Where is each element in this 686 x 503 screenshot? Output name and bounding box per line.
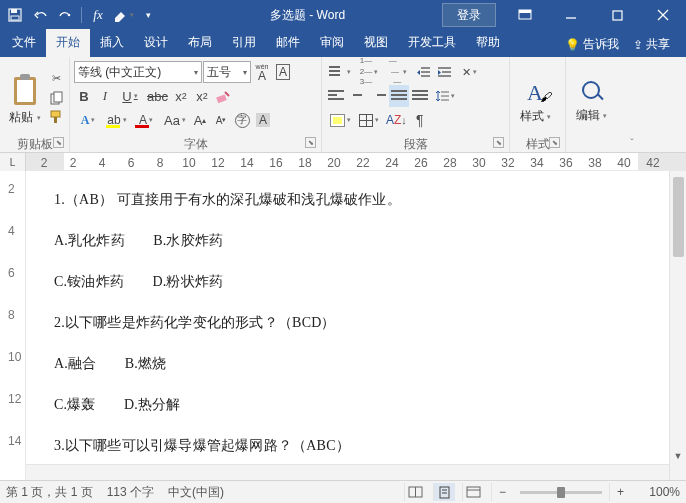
doc-line[interactable]: 3.以下哪些可以引爆导爆管起爆网路？（ABC） — [54, 435, 655, 456]
distributed-icon[interactable] — [410, 85, 430, 107]
justify-icon[interactable] — [389, 85, 409, 107]
tab-开发工具[interactable]: 开发工具 — [398, 29, 466, 57]
doc-line[interactable]: 1.（AB） 可直接用于有水的深孔爆破和浅孔爆破作业。 — [54, 189, 655, 210]
styles-button[interactable]: A🖌 样式▾ — [514, 59, 556, 136]
superscript-button[interactable]: x2 — [192, 85, 212, 107]
horizontal-scrollbar[interactable] — [26, 464, 669, 480]
highlight-icon[interactable]: ab▾ — [103, 109, 131, 131]
asian-layout-icon[interactable]: ✕▾ — [455, 61, 483, 83]
vertical-ruler[interactable]: 2468101214 — [0, 171, 26, 480]
font-family-combo[interactable]: 等线 (中文正文)▾ — [74, 61, 202, 83]
shading-icon[interactable]: ▾ — [326, 109, 354, 131]
format-painter-icon[interactable] — [47, 108, 65, 126]
tab-帮助[interactable]: 帮助 — [466, 29, 510, 57]
save-icon[interactable] — [4, 3, 26, 27]
tab-邮件[interactable]: 邮件 — [266, 29, 310, 57]
align-left-icon[interactable] — [326, 85, 346, 107]
document-page[interactable]: 1.（AB） 可直接用于有水的深孔爆破和浅孔爆破作业。A.乳化炸药 B.水胶炸药… — [26, 171, 669, 480]
paste-button[interactable]: 粘贴▾ — [4, 59, 45, 136]
copy-icon[interactable] — [47, 89, 65, 107]
tab-selector-icon[interactable]: L — [0, 153, 26, 171]
close-icon[interactable] — [640, 0, 686, 30]
align-right-icon[interactable] — [368, 85, 388, 107]
ruler-tick: 20 — [327, 156, 340, 170]
scroll-down-icon[interactable]: ▼ — [670, 448, 686, 464]
sort-icon[interactable]: AZ↓ — [384, 109, 409, 131]
tab-文件[interactable]: 文件 — [2, 29, 46, 57]
increase-indent-icon[interactable] — [434, 61, 454, 83]
zoom-level[interactable]: 100% — [638, 485, 680, 499]
zoom-out-icon[interactable]: − — [491, 483, 513, 501]
word-count[interactable]: 113 个字 — [107, 484, 154, 501]
cut-icon[interactable]: ✂ — [47, 70, 65, 88]
undo-icon[interactable] — [29, 3, 51, 27]
vruler-tick: 2 — [8, 182, 15, 196]
scroll-thumb[interactable] — [673, 177, 684, 257]
ribbon-tabs: 文件开始插入设计布局引用邮件审阅视图开发工具帮助 💡告诉我 ⇪共享 — [0, 30, 686, 57]
redo-icon[interactable] — [54, 3, 76, 27]
text-effects-icon[interactable]: A▾ — [74, 109, 102, 131]
styles-dialog-icon[interactable]: ⬊ — [549, 137, 560, 148]
grow-font-icon[interactable]: A▴ — [190, 109, 210, 131]
align-center-icon[interactable] — [347, 85, 367, 107]
zoom-slider[interactable] — [520, 491, 602, 494]
bold-button[interactable]: B — [74, 85, 94, 107]
ribbon-display-icon[interactable] — [502, 0, 548, 30]
page-status[interactable]: 第 1 页，共 1 页 — [6, 484, 93, 501]
character-border-icon[interactable]: A — [273, 61, 293, 83]
clipboard-group-label: 剪贴板 — [17, 137, 53, 151]
font-color-icon[interactable]: A▾ — [132, 109, 160, 131]
bullets-icon[interactable]: ▾ — [326, 61, 354, 83]
paragraph-dialog-icon[interactable]: ⬊ — [493, 137, 504, 148]
doc-line[interactable]: A.融合 B.燃烧 — [54, 353, 655, 374]
doc-line[interactable]: C.铵油炸药 D.粉状炸药 — [54, 271, 655, 292]
login-button[interactable]: 登录 — [442, 3, 496, 27]
horizontal-ruler[interactable]: 224681012141618202224262830323436384042 — [26, 153, 686, 170]
font-family-value: 等线 (中文正文) — [78, 64, 161, 81]
tab-布局[interactable]: 布局 — [178, 29, 222, 57]
decrease-indent-icon[interactable] — [413, 61, 433, 83]
tab-插入[interactable]: 插入 — [90, 29, 134, 57]
italic-button[interactable]: I — [95, 85, 115, 107]
tab-视图[interactable]: 视图 — [354, 29, 398, 57]
underline-button[interactable]: U▾ — [116, 85, 144, 107]
read-mode-icon[interactable] — [404, 483, 426, 501]
borders-icon[interactable]: ▾ — [355, 109, 383, 131]
enclose-character-icon[interactable]: 字 — [232, 109, 252, 131]
clipboard-dialog-icon[interactable]: ⬊ — [53, 137, 64, 148]
tab-引用[interactable]: 引用 — [222, 29, 266, 57]
qat-customize-icon[interactable]: ▾ — [137, 3, 159, 27]
font-dialog-icon[interactable]: ⬊ — [305, 137, 316, 148]
multilevel-list-icon[interactable]: — — —▾ — [384, 61, 412, 83]
line-spacing-icon[interactable]: ▾ — [431, 85, 459, 107]
print-layout-icon[interactable] — [433, 483, 455, 501]
maximize-icon[interactable] — [594, 0, 640, 30]
font-size-combo[interactable]: 五号▾ — [203, 61, 251, 83]
change-case-icon[interactable]: Aa▾ — [161, 109, 189, 131]
doc-line[interactable]: C.爆轰 D.热分解 — [54, 394, 655, 415]
shrink-font-icon[interactable]: A▾ — [211, 109, 231, 131]
tab-审阅[interactable]: 审阅 — [310, 29, 354, 57]
minimize-icon[interactable] — [548, 0, 594, 30]
tell-me-button[interactable]: 💡告诉我 — [559, 32, 625, 57]
editing-button[interactable]: 编辑▾ — [570, 59, 612, 136]
character-shading-icon[interactable]: A — [253, 109, 273, 131]
language-status[interactable]: 中文(中国) — [168, 484, 224, 501]
collapse-ribbon-icon[interactable]: ˇ — [622, 57, 642, 153]
show-marks-icon[interactable]: ¶ — [410, 109, 430, 131]
share-button[interactable]: ⇪共享 — [627, 32, 676, 57]
eraser-icon[interactable]: ▾ — [112, 3, 134, 27]
strikethrough-button[interactable]: abc — [145, 85, 170, 107]
doc-line[interactable]: 2.以下哪些是炸药化学变化的形式？（BCD） — [54, 312, 655, 333]
tab-设计[interactable]: 设计 — [134, 29, 178, 57]
numbering-icon[interactable]: 1—2—3—▾ — [355, 61, 383, 83]
vertical-scrollbar[interactable]: ▲ ▼ — [669, 171, 686, 480]
tab-开始[interactable]: 开始 — [46, 29, 90, 57]
doc-line[interactable]: A.乳化炸药 B.水胶炸药 — [54, 230, 655, 251]
phonetic-guide-icon[interactable]: wénA — [252, 61, 272, 83]
zoom-in-icon[interactable]: + — [609, 483, 631, 501]
clear-formatting-icon[interactable] — [213, 85, 233, 107]
subscript-button[interactable]: x2 — [171, 85, 191, 107]
formula-icon[interactable]: fx — [87, 3, 109, 27]
web-layout-icon[interactable] — [462, 483, 484, 501]
